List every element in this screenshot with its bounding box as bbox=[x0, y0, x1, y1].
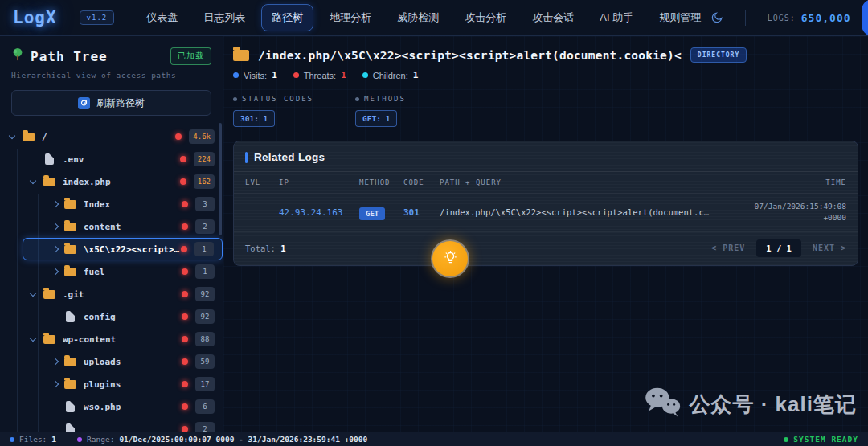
hint-fab-button[interactable] bbox=[431, 239, 469, 278]
chevron-right-icon[interactable] bbox=[52, 201, 59, 207]
threat-dot-icon bbox=[182, 381, 188, 387]
purple-dot-icon bbox=[77, 437, 82, 442]
accent-bar bbox=[245, 152, 248, 163]
count-badge: 88 bbox=[195, 332, 215, 346]
refresh-tree-button[interactable]: 刷新路径树 bbox=[11, 90, 211, 116]
folder-icon bbox=[233, 50, 249, 61]
sidebar-scrollbar[interactable] bbox=[219, 123, 222, 235]
log-row[interactable]: 42.93.24.163 GET 301 /index.php/\x5C\x22… bbox=[234, 194, 858, 231]
threat-dot-icon bbox=[182, 336, 188, 342]
ip-cell: 42.93.24.163 bbox=[279, 207, 359, 218]
tree-item[interactable]: uploads 59 bbox=[0, 350, 223, 373]
col-code: CODE bbox=[403, 178, 440, 186]
method-cell: GET bbox=[359, 205, 403, 220]
nav-item-threat-detect[interactable]: 威胁检测 bbox=[387, 5, 448, 31]
nav-item-ai-assistant[interactable]: AI 助手 bbox=[590, 5, 643, 31]
count-badge: 3 bbox=[195, 197, 215, 211]
tree-item[interactable]: plugins 17 bbox=[0, 373, 223, 395]
tree-item[interactable]: Index 3 bbox=[0, 193, 223, 215]
threat-dot-icon bbox=[182, 426, 188, 432]
tree-item-label: index.php bbox=[63, 177, 180, 187]
folder-icon bbox=[64, 200, 76, 209]
tree-item[interactable]: .git 92 bbox=[0, 283, 223, 305]
tree-item[interactable]: content 2 bbox=[0, 215, 223, 238]
sidebar-title: Path Tree bbox=[31, 49, 164, 64]
watermark-text: 公众号 · kali笔记 bbox=[690, 391, 857, 419]
tree-item[interactable]: wso.php 6 bbox=[0, 395, 223, 418]
loaded-badge: 已加载 bbox=[170, 47, 211, 65]
children-stat: Children:1 bbox=[362, 70, 419, 80]
blue-dot-icon bbox=[10, 437, 14, 442]
nav-item-path-tree[interactable]: 路径树 bbox=[261, 4, 313, 31]
total-count: Total: 1 bbox=[245, 243, 286, 253]
tree-item-label: Index bbox=[84, 199, 182, 210]
status-codes-label: STATUS CODES bbox=[233, 95, 313, 103]
nav-item-attack-sessions[interactable]: 攻击会话 bbox=[522, 5, 583, 31]
panel-title-text: Related Logs bbox=[254, 151, 325, 163]
lightbulb-icon bbox=[444, 251, 457, 268]
meta-row: STATUS CODES 301: 1 METHODS GET: 1 bbox=[233, 95, 858, 127]
threat-dot-icon bbox=[180, 178, 186, 185]
time-cell: 07/Jan/2026:15:49:08 +0000 bbox=[711, 201, 846, 224]
chevron-down-icon[interactable] bbox=[30, 177, 36, 183]
import-button[interactable]: 导入 bbox=[862, 0, 868, 36]
nav-item-geo-analysis[interactable]: 地理分析 bbox=[320, 5, 381, 31]
tree-item[interactable]: wp-content 88 bbox=[0, 328, 223, 350]
chevron-right-icon[interactable] bbox=[52, 246, 59, 252]
tree-item-label: config bbox=[84, 312, 182, 322]
tree-item[interactable]: config 92 bbox=[0, 305, 223, 328]
nav-item-attack-analysis[interactable]: 攻击分析 bbox=[455, 5, 516, 31]
tree-item-selected[interactable]: \x5C\x22><script><scrip… 1 bbox=[23, 238, 223, 260]
chevron-down-icon[interactable] bbox=[9, 132, 15, 138]
cyan-dot-icon bbox=[362, 72, 368, 78]
path-title: /index.php/\x5C\x22><script><script>aler… bbox=[258, 49, 682, 62]
threat-dot-icon bbox=[175, 133, 182, 140]
nav-item-dashboard[interactable]: 仪表盘 bbox=[137, 5, 187, 31]
page-indicator: 1 / 1 bbox=[756, 239, 801, 257]
file-icon bbox=[66, 423, 75, 432]
threat-dot-icon bbox=[182, 313, 188, 320]
chevron-right-icon[interactable] bbox=[52, 268, 59, 275]
code-cell: 301 bbox=[403, 207, 440, 218]
tree-item[interactable]: 2 bbox=[0, 418, 223, 432]
nav-item-rule-management[interactable]: 规则管理 bbox=[649, 5, 710, 31]
folder-icon bbox=[43, 335, 55, 344]
chevron-down-icon[interactable] bbox=[30, 289, 36, 296]
tree-item-label: .env bbox=[63, 154, 180, 165]
count-badge: 17 bbox=[195, 377, 215, 391]
folder-icon bbox=[64, 268, 76, 276]
system-status: SYSTEM READY bbox=[784, 435, 858, 444]
prev-button[interactable]: < PREV bbox=[711, 243, 745, 252]
threat-dot-icon bbox=[182, 268, 188, 275]
tree-item-label: / bbox=[42, 132, 175, 142]
folder-icon bbox=[64, 380, 76, 389]
chevron-down-icon[interactable] bbox=[30, 334, 36, 341]
green-dot-icon bbox=[784, 437, 788, 442]
chevron-right-icon[interactable] bbox=[52, 381, 59, 387]
folder-icon bbox=[43, 178, 55, 186]
count-badge: 162 bbox=[194, 174, 215, 189]
logs-count: 650,000 bbox=[801, 12, 851, 24]
tree-item[interactable]: fuel 1 bbox=[0, 260, 223, 283]
chevron-right-icon[interactable] bbox=[52, 223, 59, 230]
nav-item-log-list[interactable]: 日志列表 bbox=[194, 5, 255, 31]
wechat-icon bbox=[644, 387, 681, 422]
threat-dot-icon bbox=[182, 403, 188, 410]
tree-item[interactable]: index.php 162 bbox=[0, 170, 223, 193]
sidebar-subtitle: Hierarchical view of access paths bbox=[11, 71, 211, 80]
col-lvl: LVL bbox=[245, 178, 279, 186]
watermark: 公众号 · kali笔记 bbox=[644, 387, 857, 422]
col-method: METHOD bbox=[359, 178, 403, 186]
pagination: < PREV 1 / 1 NEXT > bbox=[711, 239, 846, 257]
navbar-right: LOGS: 650,000 导入 清空 bbox=[710, 0, 868, 36]
tree-item[interactable]: .env 224 bbox=[0, 148, 223, 170]
logs-footer: Total: 1 < PREV 1 / 1 NEXT > bbox=[234, 231, 858, 265]
tree-item-label: plugins bbox=[84, 379, 182, 390]
next-button[interactable]: NEXT > bbox=[813, 243, 846, 252]
moon-icon[interactable] bbox=[710, 11, 723, 24]
nav-menu: 仪表盘 日志列表 路径树 地理分析 威胁检测 攻击分析 攻击会话 AI 助手 规… bbox=[137, 4, 710, 31]
tree-item[interactable]: / 4.6k bbox=[0, 125, 223, 148]
files-status: Files: 1 bbox=[10, 435, 56, 444]
red-dot-icon bbox=[293, 72, 299, 78]
chevron-right-icon[interactable] bbox=[52, 358, 59, 365]
